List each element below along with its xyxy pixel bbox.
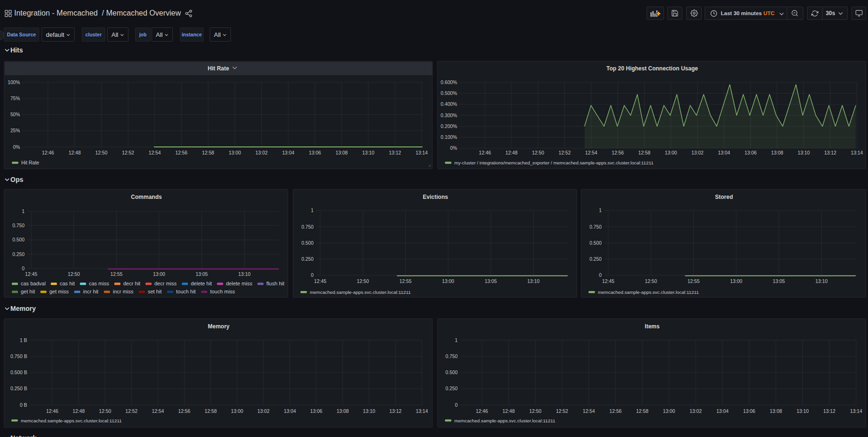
svg-text:0.750 B: 0.750 B xyxy=(10,354,27,359)
svg-text:memcached.sample-apps.svc.clus: memcached.sample-apps.svc.cluster.local:… xyxy=(598,290,699,295)
svg-text:0: 0 xyxy=(599,273,602,278)
svg-text:0.250 B: 0.250 B xyxy=(10,386,27,391)
svg-text:13:08: 13:08 xyxy=(771,150,783,155)
svg-text:Memory: Memory xyxy=(208,323,230,330)
svg-text:0.200%: 0.200% xyxy=(441,124,457,129)
svg-text:Hit Rate: Hit Rate xyxy=(21,160,39,165)
svg-text:12:50: 12:50 xyxy=(645,279,657,284)
svg-text:cas hit: cas hit xyxy=(60,281,75,286)
svg-text:13:08: 13:08 xyxy=(770,409,782,414)
svg-text:12:54: 12:54 xyxy=(152,409,164,414)
svg-text:Evictions: Evictions xyxy=(423,194,448,200)
svg-text:get hit: get hit xyxy=(21,289,35,294)
svg-text:memcached.sample-apps.svc.clus: memcached.sample-apps.svc.cluster.local:… xyxy=(21,418,122,423)
svg-text:13:00: 13:00 xyxy=(153,272,165,277)
svg-text:12:48: 12:48 xyxy=(505,150,518,155)
svg-text:touch miss: touch miss xyxy=(210,289,235,294)
svg-text:13:04: 13:04 xyxy=(718,150,730,155)
svg-text:0: 0 xyxy=(311,273,314,278)
svg-text:flush hit: flush hit xyxy=(266,281,284,286)
svg-text:0%: 0% xyxy=(13,145,20,150)
svg-text:13:06: 13:06 xyxy=(309,150,321,155)
svg-text:get miss: get miss xyxy=(50,289,69,294)
svg-text:12:46: 12:46 xyxy=(42,150,54,155)
svg-text:0.500: 0.500 xyxy=(301,240,314,246)
svg-text:75%: 75% xyxy=(10,96,20,101)
svg-text:0.250: 0.250 xyxy=(445,386,458,391)
svg-text:0: 0 xyxy=(22,266,25,271)
svg-text:my-cluster / integrations/memc: my-cluster / integrations/memcached_expo… xyxy=(454,160,654,165)
svg-text:0.750: 0.750 xyxy=(445,354,458,359)
svg-text:13:04: 13:04 xyxy=(284,409,296,414)
svg-text:incr miss: incr miss xyxy=(113,289,134,294)
svg-text:12:46: 12:46 xyxy=(479,150,491,155)
svg-text:0.500 B: 0.500 B xyxy=(10,370,27,375)
svg-text:12:50: 12:50 xyxy=(532,150,544,155)
svg-text:12:52: 12:52 xyxy=(122,150,134,155)
svg-text:12:46: 12:46 xyxy=(476,409,488,414)
svg-text:13:04: 13:04 xyxy=(716,409,729,414)
svg-text:12:54: 12:54 xyxy=(149,150,161,155)
svg-text:13:10: 13:10 xyxy=(798,150,810,155)
svg-text:13:06: 13:06 xyxy=(743,409,756,414)
svg-text:12:56: 12:56 xyxy=(612,150,624,155)
svg-text:12:54: 12:54 xyxy=(585,150,597,155)
svg-text:12:50: 12:50 xyxy=(68,272,80,277)
svg-text:12:58: 12:58 xyxy=(636,409,648,414)
svg-text:12:58: 12:58 xyxy=(638,150,650,155)
svg-text:13:06: 13:06 xyxy=(744,150,757,155)
svg-text:13:12: 13:12 xyxy=(390,409,402,414)
svg-text:12:48: 12:48 xyxy=(68,150,81,155)
svg-text:decr miss: decr miss xyxy=(154,281,177,286)
svg-text:13:02: 13:02 xyxy=(255,150,268,155)
svg-text:13:10: 13:10 xyxy=(528,279,540,284)
svg-text:0.750: 0.750 xyxy=(12,223,25,228)
svg-text:0.600%: 0.600% xyxy=(441,80,457,85)
svg-text:12:58: 12:58 xyxy=(204,409,217,414)
svg-text:0.250: 0.250 xyxy=(301,257,314,262)
svg-text:13:06: 13:06 xyxy=(310,409,323,414)
svg-text:Stored: Stored xyxy=(715,194,733,200)
svg-text:delete hit: delete hit xyxy=(191,281,212,286)
svg-text:13:14: 13:14 xyxy=(850,409,862,414)
svg-text:13:00: 13:00 xyxy=(231,409,243,414)
svg-text:delete miss: delete miss xyxy=(226,281,253,286)
svg-text:Commands: Commands xyxy=(131,194,162,200)
svg-text:0.750: 0.750 xyxy=(589,224,602,230)
svg-text:13:14: 13:14 xyxy=(416,409,428,414)
svg-text:12:50: 12:50 xyxy=(99,409,111,414)
svg-text:12:45: 12:45 xyxy=(602,279,614,284)
svg-text:0%: 0% xyxy=(450,146,457,151)
svg-text:13:02: 13:02 xyxy=(257,409,270,414)
svg-text:incr hit: incr hit xyxy=(83,289,98,294)
svg-text:13:00: 13:00 xyxy=(730,279,742,284)
svg-text:1: 1 xyxy=(311,208,314,213)
svg-text:cas miss: cas miss xyxy=(89,281,109,286)
svg-text:touch hit: touch hit xyxy=(176,289,196,294)
svg-text:12:52: 12:52 xyxy=(556,409,568,414)
svg-text:set hit: set hit xyxy=(148,289,162,294)
svg-text:12:45: 12:45 xyxy=(314,279,326,284)
svg-text:13:14: 13:14 xyxy=(851,150,863,155)
svg-text:1: 1 xyxy=(22,209,25,214)
svg-text:0.500: 0.500 xyxy=(12,237,25,242)
svg-text:12:56: 12:56 xyxy=(175,150,187,155)
svg-text:12:55: 12:55 xyxy=(688,279,700,284)
svg-text:0.500: 0.500 xyxy=(445,370,458,375)
svg-text:13:05: 13:05 xyxy=(773,279,785,284)
svg-text:13:08: 13:08 xyxy=(337,409,349,414)
svg-text:13:12: 13:12 xyxy=(389,150,401,155)
svg-text:12:50: 12:50 xyxy=(357,279,369,284)
svg-text:13:12: 13:12 xyxy=(823,409,835,414)
svg-text:0 B: 0 B xyxy=(20,403,27,408)
svg-text:0.250: 0.250 xyxy=(589,257,602,262)
svg-text:13:10: 13:10 xyxy=(816,279,828,284)
svg-text:13:00: 13:00 xyxy=(665,150,677,155)
svg-text:13:05: 13:05 xyxy=(196,272,208,277)
svg-text:13:08: 13:08 xyxy=(335,150,348,155)
svg-text:memcached.sample-apps.svc.clus: memcached.sample-apps.svc.cluster.local:… xyxy=(310,290,411,295)
svg-text:0.100%: 0.100% xyxy=(441,135,457,140)
svg-text:1 B: 1 B xyxy=(20,338,27,343)
svg-text:decr hit: decr hit xyxy=(123,281,140,286)
svg-text:1: 1 xyxy=(455,338,458,343)
